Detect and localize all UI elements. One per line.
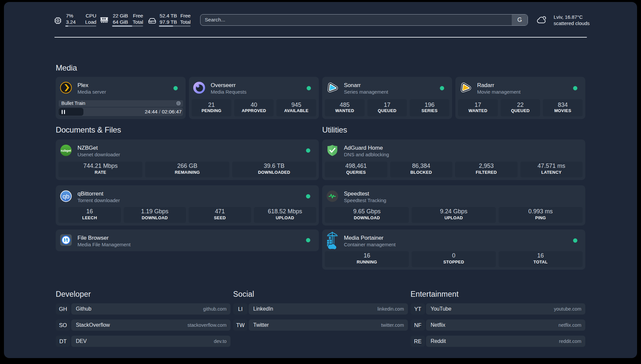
svg-text:nzbget: nzbget [61, 149, 72, 152]
svg-text:qb: qb [62, 193, 69, 200]
